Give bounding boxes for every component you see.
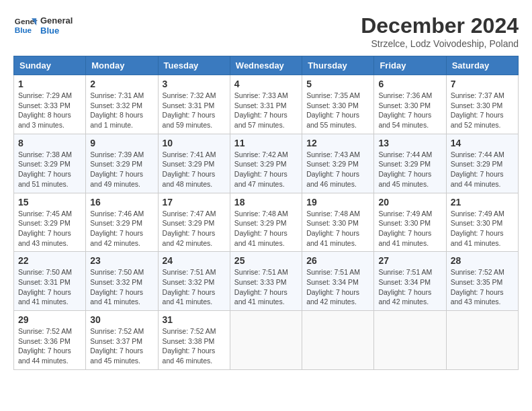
svg-text:Blue: Blue [15, 26, 32, 34]
calendar-cell: 28Sunrise: 7:52 AMSunset: 3:35 PMDayligh… [446, 252, 518, 311]
day-number: 11 [234, 138, 298, 148]
calendar-cell: 4Sunrise: 7:33 AMSunset: 3:31 PMDaylight… [230, 75, 302, 134]
day-info: Sunrise: 7:44 AMSunset: 3:29 PMDaylight:… [378, 150, 441, 189]
calendar-cell: 21Sunrise: 7:49 AMSunset: 3:30 PMDayligh… [446, 193, 518, 252]
day-number: 28 [451, 255, 514, 266]
day-header-friday: Friday [374, 56, 446, 75]
day-number: 24 [163, 255, 226, 266]
calendar-cell: 26Sunrise: 7:51 AMSunset: 3:34 PMDayligh… [302, 252, 374, 311]
calendar-table: SundayMondayTuesdayWednesdayThursdayFrid… [13, 56, 519, 370]
day-info: Sunrise: 7:52 AMSunset: 3:36 PMDaylight:… [18, 326, 81, 366]
day-info: Sunrise: 7:37 AMSunset: 3:30 PMDaylight:… [451, 91, 514, 130]
day-info: Sunrise: 7:46 AMSunset: 3:29 PMDaylight:… [90, 209, 153, 248]
day-number: 1 [18, 79, 81, 89]
day-header-wednesday: Wednesday [230, 56, 302, 75]
day-number: 19 [306, 197, 369, 208]
day-info: Sunrise: 7:33 AMSunset: 3:31 PMDaylight:… [234, 91, 298, 130]
day-header-monday: Monday [86, 56, 158, 75]
calendar-cell: 11Sunrise: 7:42 AMSunset: 3:29 PMDayligh… [230, 134, 302, 193]
day-info: Sunrise: 7:44 AMSunset: 3:29 PMDaylight:… [451, 150, 514, 189]
day-info: Sunrise: 7:47 AMSunset: 3:29 PMDaylight:… [163, 209, 226, 248]
logo-line2: Blue [40, 26, 73, 36]
day-info: Sunrise: 7:48 AMSunset: 3:29 PMDaylight:… [234, 209, 298, 248]
day-info: Sunrise: 7:45 AMSunset: 3:29 PMDaylight:… [18, 209, 81, 248]
day-number: 2 [90, 79, 153, 89]
day-info: Sunrise: 7:51 AMSunset: 3:34 PMDaylight:… [378, 267, 441, 307]
day-number: 29 [18, 314, 81, 325]
calendar-cell [446, 311, 518, 370]
calendar-cell: 10Sunrise: 7:41 AMSunset: 3:29 PMDayligh… [158, 134, 230, 193]
day-number: 18 [234, 197, 298, 208]
calendar-header: SundayMondayTuesdayWednesdayThursdayFrid… [14, 56, 519, 75]
calendar-cell [374, 311, 446, 370]
logo: General Blue General Blue [13, 13, 73, 38]
day-number: 30 [90, 314, 153, 325]
day-number: 31 [163, 314, 226, 325]
calendar-cell: 12Sunrise: 7:43 AMSunset: 3:29 PMDayligh… [302, 134, 374, 193]
day-info: Sunrise: 7:41 AMSunset: 3:29 PMDaylight:… [163, 150, 226, 189]
logo-icon: General Blue [13, 13, 38, 38]
calendar-week-1: 1Sunrise: 7:29 AMSunset: 3:33 PMDaylight… [14, 75, 519, 134]
calendar-cell: 16Sunrise: 7:46 AMSunset: 3:29 PMDayligh… [86, 193, 158, 252]
calendar-cell: 13Sunrise: 7:44 AMSunset: 3:29 PMDayligh… [374, 134, 446, 193]
calendar-week-2: 8Sunrise: 7:38 AMSunset: 3:29 PMDaylight… [14, 134, 519, 193]
calendar-cell: 22Sunrise: 7:50 AMSunset: 3:31 PMDayligh… [14, 252, 86, 311]
day-info: Sunrise: 7:52 AMSunset: 3:37 PMDaylight:… [90, 326, 153, 366]
day-number: 4 [234, 79, 298, 89]
day-header-tuesday: Tuesday [158, 56, 230, 75]
calendar-cell: 17Sunrise: 7:47 AMSunset: 3:29 PMDayligh… [158, 193, 230, 252]
calendar-cell: 5Sunrise: 7:35 AMSunset: 3:30 PMDaylight… [302, 75, 374, 134]
day-number: 17 [163, 197, 226, 208]
day-number: 10 [163, 138, 226, 148]
day-number: 21 [451, 197, 514, 208]
calendar-cell: 3Sunrise: 7:32 AMSunset: 3:31 PMDaylight… [158, 75, 230, 134]
calendar-cell: 8Sunrise: 7:38 AMSunset: 3:29 PMDaylight… [14, 134, 86, 193]
calendar-cell: 2Sunrise: 7:31 AMSunset: 3:32 PMDaylight… [86, 75, 158, 134]
calendar-cell: 18Sunrise: 7:48 AMSunset: 3:29 PMDayligh… [230, 193, 302, 252]
day-info: Sunrise: 7:31 AMSunset: 3:32 PMDaylight:… [90, 91, 153, 130]
calendar-cell: 15Sunrise: 7:45 AMSunset: 3:29 PMDayligh… [14, 193, 86, 252]
day-number: 9 [90, 138, 153, 148]
location-title: Strzelce, Lodz Voivodeship, Poland [361, 38, 519, 49]
calendar-cell: 25Sunrise: 7:51 AMSunset: 3:33 PMDayligh… [230, 252, 302, 311]
calendar-week-5: 29Sunrise: 7:52 AMSunset: 3:36 PMDayligh… [14, 311, 519, 370]
calendar-cell [230, 311, 302, 370]
day-info: Sunrise: 7:35 AMSunset: 3:30 PMDaylight:… [306, 91, 369, 130]
calendar-cell: 27Sunrise: 7:51 AMSunset: 3:34 PMDayligh… [374, 252, 446, 311]
calendar-cell: 30Sunrise: 7:52 AMSunset: 3:37 PMDayligh… [86, 311, 158, 370]
calendar-body: 1Sunrise: 7:29 AMSunset: 3:33 PMDaylight… [14, 75, 519, 370]
calendar-cell: 1Sunrise: 7:29 AMSunset: 3:33 PMDaylight… [14, 75, 86, 134]
day-number: 5 [306, 79, 369, 89]
calendar-cell: 31Sunrise: 7:52 AMSunset: 3:38 PMDayligh… [158, 311, 230, 370]
day-info: Sunrise: 7:39 AMSunset: 3:29 PMDaylight:… [90, 150, 153, 189]
day-number: 6 [378, 79, 441, 89]
calendar-cell: 6Sunrise: 7:36 AMSunset: 3:30 PMDaylight… [374, 75, 446, 134]
day-number: 13 [378, 138, 441, 148]
calendar-cell: 29Sunrise: 7:52 AMSunset: 3:36 PMDayligh… [14, 311, 86, 370]
day-info: Sunrise: 7:52 AMSunset: 3:35 PMDaylight:… [451, 267, 514, 307]
month-title: December 2024 [361, 13, 519, 38]
day-header-thursday: Thursday [302, 56, 374, 75]
calendar-cell: 14Sunrise: 7:44 AMSunset: 3:29 PMDayligh… [446, 134, 518, 193]
day-info: Sunrise: 7:51 AMSunset: 3:33 PMDaylight:… [234, 267, 298, 307]
day-number: 15 [18, 197, 81, 208]
day-number: 16 [90, 197, 153, 208]
day-number: 27 [378, 255, 441, 266]
calendar-cell: 24Sunrise: 7:51 AMSunset: 3:32 PMDayligh… [158, 252, 230, 311]
day-info: Sunrise: 7:51 AMSunset: 3:32 PMDaylight:… [163, 267, 226, 307]
calendar-cell: 23Sunrise: 7:50 AMSunset: 3:32 PMDayligh… [86, 252, 158, 311]
day-info: Sunrise: 7:49 AMSunset: 3:30 PMDaylight:… [378, 209, 441, 248]
calendar-cell: 9Sunrise: 7:39 AMSunset: 3:29 PMDaylight… [86, 134, 158, 193]
day-info: Sunrise: 7:51 AMSunset: 3:34 PMDaylight:… [306, 267, 369, 307]
day-header-sunday: Sunday [14, 56, 86, 75]
calendar-week-4: 22Sunrise: 7:50 AMSunset: 3:31 PMDayligh… [14, 252, 519, 311]
day-number: 8 [18, 138, 81, 148]
day-header-saturday: Saturday [446, 56, 518, 75]
day-number: 26 [306, 255, 369, 266]
day-info: Sunrise: 7:48 AMSunset: 3:30 PMDaylight:… [306, 209, 369, 248]
day-number: 3 [163, 79, 226, 89]
calendar-week-3: 15Sunrise: 7:45 AMSunset: 3:29 PMDayligh… [14, 193, 519, 252]
day-info: Sunrise: 7:36 AMSunset: 3:30 PMDaylight:… [378, 91, 441, 130]
day-info: Sunrise: 7:50 AMSunset: 3:32 PMDaylight:… [90, 267, 153, 307]
calendar-cell: 19Sunrise: 7:48 AMSunset: 3:30 PMDayligh… [302, 193, 374, 252]
